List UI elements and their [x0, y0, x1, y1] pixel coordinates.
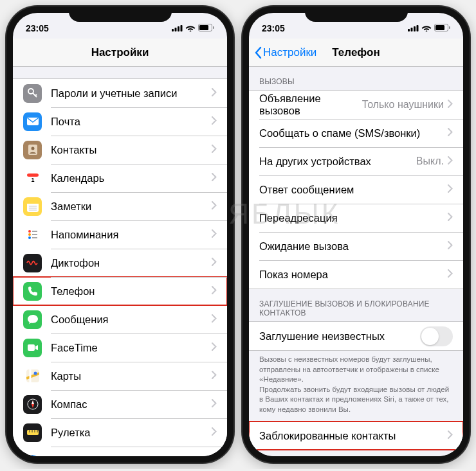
svg-rect-1 — [175, 28, 177, 31]
chevron-icon — [212, 87, 217, 99]
svg-rect-0 — [172, 29, 174, 31]
svg-rect-41 — [414, 26, 416, 31]
calls-row-2[interactable]: На других устройствахВыкл. — [249, 147, 463, 175]
notch — [69, 6, 172, 22]
row-label: Ответ сообщением — [259, 184, 354, 196]
settings-row-contacts[interactable]: Контакты — [13, 136, 227, 164]
section-header-block: ЗАГЛУШЕНИЕ ВЫЗОВОВ И БЛОКИРОВАНИЕ КОНТАК… — [249, 289, 463, 321]
row-detail: Выкл. — [416, 156, 444, 167]
row-silence-unknown[interactable]: Заглушение неизвестных — [249, 322, 463, 350]
svg-point-27 — [33, 372, 37, 375]
chevron-icon — [212, 342, 217, 353]
settings-row-key[interactable]: Пароли и учетные записи — [13, 79, 227, 107]
chevron-icon — [448, 212, 453, 224]
chevron-icon — [448, 430, 453, 441]
row-label: Карты — [51, 370, 81, 382]
contacts-icon — [23, 141, 42, 159]
svg-point-35 — [28, 456, 38, 456]
settings-row-mail[interactable]: Почта — [13, 107, 227, 136]
chevron-icon — [448, 156, 453, 167]
row-label: Почта — [51, 116, 80, 128]
chevron-icon — [212, 427, 217, 438]
settings-row-reminders[interactable]: Напоминания — [13, 220, 227, 249]
messages-icon — [23, 310, 42, 329]
chevron-icon — [212, 116, 217, 127]
calls-row-3[interactable]: Ответ сообщением — [249, 175, 463, 204]
row-label: Диктофон — [51, 257, 100, 269]
row-blocked-contacts[interactable]: Заблокированные контакты — [249, 422, 463, 450]
row-label: Заметки — [51, 200, 91, 213]
chevron-icon — [448, 269, 453, 280]
row-detail: Только наушники — [362, 99, 444, 111]
calls-row-6[interactable]: Показ номера — [249, 260, 463, 289]
settings-row-notes[interactable]: Заметки — [13, 192, 227, 220]
back-button[interactable]: Настройки — [254, 46, 316, 59]
row-label: Показ номера — [259, 269, 328, 281]
wifi-icon — [421, 23, 432, 33]
svg-text:1: 1 — [31, 177, 34, 183]
row-label: Сообщения — [51, 314, 109, 326]
row-label: Объявление вызовов — [259, 93, 362, 117]
nav-bar-right: Настройки Телефон — [249, 39, 463, 67]
facetime-icon — [23, 339, 42, 357]
settings-row-calendar[interactable]: 1Календарь — [13, 164, 227, 192]
phone-settings-list[interactable]: ВЫЗОВЫ Объявление вызововТолько наушники… — [249, 67, 463, 456]
svg-rect-2 — [178, 26, 179, 31]
calendar-icon: 1 — [23, 169, 42, 188]
row-label: Напоминания — [51, 229, 118, 241]
settings-row-compass[interactable]: Компас — [13, 390, 227, 418]
signal-icon — [172, 23, 183, 33]
status-time: 23:05 — [26, 23, 49, 33]
settings-row-measure[interactable]: Рулетка — [13, 418, 227, 447]
status-right — [172, 23, 214, 33]
key-icon — [23, 84, 42, 103]
screen-right: 23:05 Настройки Телефон ВЫЗОВЫ Объявлени… — [249, 13, 463, 456]
chevron-icon — [212, 144, 217, 156]
nav-title-left: Настройки — [91, 46, 149, 59]
chevron-icon — [212, 285, 217, 297]
wifi-icon — [185, 23, 196, 33]
chevron-icon — [448, 99, 453, 111]
svg-rect-40 — [411, 28, 413, 31]
calls-row-4[interactable]: Переадресация — [249, 204, 463, 232]
settings-row-safari[interactable]: Safari — [13, 447, 227, 456]
settings-list[interactable]: Пароли и учетные записиПочтаКонтакты1Кал… — [13, 67, 227, 456]
row-label: Переадресация — [259, 212, 338, 224]
calls-row-1[interactable]: Сообщать о спаме (SMS/звонки) — [249, 119, 463, 147]
status-right — [408, 23, 450, 33]
notes-icon — [23, 197, 42, 216]
calls-row-5[interactable]: Ожидание вызова — [249, 232, 463, 260]
chevron-icon — [212, 229, 217, 240]
toggle-silence[interactable] — [420, 326, 453, 346]
row-label: Заблокированные контакты — [259, 430, 396, 442]
svg-rect-42 — [417, 25, 419, 31]
calls-row-0[interactable]: Объявление вызововТолько наушники — [249, 91, 463, 119]
svg-rect-6 — [213, 26, 214, 29]
chevron-icon — [212, 370, 217, 382]
chevron-icon — [212, 314, 217, 325]
screen-left: 23:05 Настройки Пароли и учетные записиП… — [13, 13, 227, 456]
row-label: Заглушение неизвестных — [259, 330, 385, 342]
measure-icon — [23, 423, 42, 442]
settings-row-voice-memo[interactable]: Диктофон — [13, 249, 227, 277]
settings-row-messages[interactable]: Сообщения — [13, 305, 227, 333]
chevron-icon — [212, 172, 217, 184]
row-label: Рулетка — [51, 427, 90, 439]
row-label: Ожидание вызова — [259, 240, 349, 253]
settings-row-phone[interactable]: Телефон — [13, 277, 227, 305]
svg-rect-44 — [435, 25, 444, 30]
chevron-icon — [448, 127, 453, 139]
settings-row-maps[interactable]: Карты — [13, 362, 227, 390]
svg-point-7 — [28, 89, 33, 94]
settings-row-facetime[interactable]: FaceTime — [13, 333, 227, 362]
svg-point-19 — [28, 230, 31, 233]
row-label: Телефон — [51, 285, 95, 298]
svg-rect-45 — [449, 26, 450, 29]
svg-rect-29 — [27, 430, 39, 435]
chevron-icon — [448, 184, 453, 195]
battery-icon — [198, 23, 214, 33]
svg-rect-3 — [181, 25, 183, 31]
chevron-icon — [212, 257, 217, 269]
notch — [305, 6, 408, 22]
battery-icon — [434, 23, 450, 33]
